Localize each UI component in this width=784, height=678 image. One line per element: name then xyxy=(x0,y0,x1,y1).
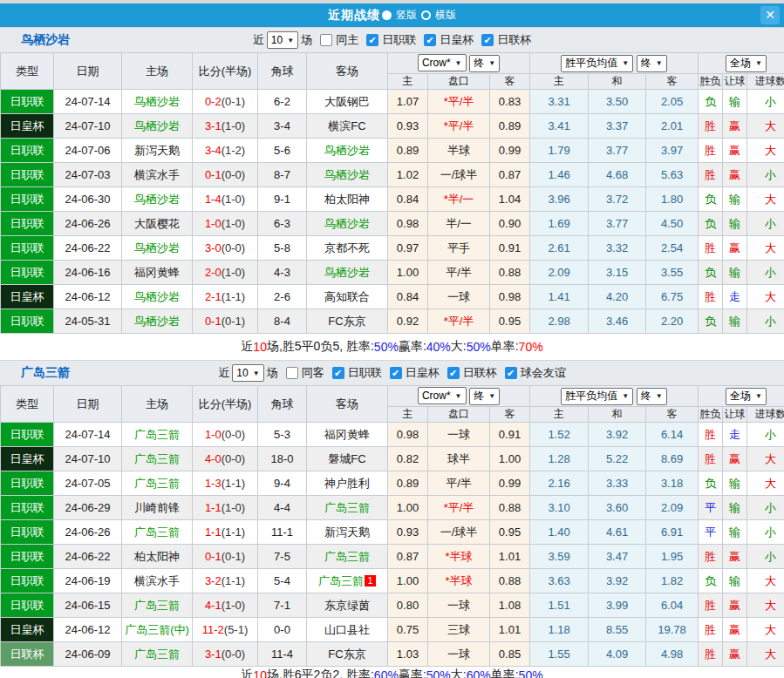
avg-home: 2.09 xyxy=(530,261,589,285)
league-badge: 日职联 xyxy=(1,212,54,236)
away-team: 东京绿茵 xyxy=(307,593,388,618)
away-odds: 0.88 xyxy=(490,569,530,593)
avg-away: 2.01 xyxy=(646,114,699,139)
corners: 4-3 xyxy=(258,261,307,285)
goals-result: 大 xyxy=(747,569,784,593)
avg-home: 1.69 xyxy=(530,212,589,236)
avg-draw: 3.99 xyxy=(589,593,646,618)
away-team: 柏太阳神 xyxy=(307,187,388,212)
corners: 6-3 xyxy=(258,212,307,236)
avg-draw: 8.55 xyxy=(589,618,646,642)
league-checkbox-0-2[interactable]: ✔ xyxy=(481,34,494,46)
home-odds: 0.93 xyxy=(388,114,428,139)
table-row: 日职联 24-06-15 广岛三箭 4-1(1-0) 7-1 东京绿茵 0.80… xyxy=(1,593,784,618)
fulltime-select[interactable]: 全场▼ xyxy=(726,55,767,72)
home-odds: 0.84 xyxy=(388,187,428,212)
same-venue-checkbox[interactable] xyxy=(320,34,332,46)
match-count-select[interactable]: 10▼ xyxy=(267,31,298,49)
avg-home: 1.18 xyxy=(530,618,589,642)
avg-type-select[interactable]: 胜平负均值▼ xyxy=(561,55,633,72)
goals-result: 大 xyxy=(747,593,784,618)
league-checkbox-0-1[interactable]: ✔ xyxy=(424,34,436,46)
league-badge: 日职联 xyxy=(1,261,54,285)
sub-column-header: 主 xyxy=(530,407,589,423)
table-row: 日职联 24-06-19 横滨水手 3-2(1-1) 5-4 广岛三箭1 1.0… xyxy=(1,569,784,593)
same-venue-checkbox[interactable] xyxy=(286,367,298,379)
avg-draw: 4.61 xyxy=(589,520,646,545)
avg-away: 2.54 xyxy=(646,236,699,261)
league-badge: 日职联 xyxy=(1,593,54,618)
win-loss-result: 胜 xyxy=(699,114,723,139)
league-checkbox-1-0[interactable]: ✔ xyxy=(332,367,344,379)
goals-result: 大 xyxy=(747,114,784,139)
match-date: 24-06-26 xyxy=(54,212,122,236)
handicap-result: 输 xyxy=(723,520,747,545)
match-date: 24-06-19 xyxy=(54,569,122,593)
layout-radio-group: 竖版 横版 xyxy=(382,8,456,23)
corners: 5-4 xyxy=(258,569,307,593)
league-checkbox-1-3[interactable]: ✔ xyxy=(505,367,517,379)
handicap: 半球 xyxy=(428,139,490,163)
corners: 4-4 xyxy=(258,496,307,520)
handicap-result: 赢 xyxy=(723,139,747,163)
home-odds: 1.00 xyxy=(388,261,428,285)
avg-away: 5.63 xyxy=(646,163,699,187)
match-date: 24-06-15 xyxy=(54,593,122,618)
avg-away: 8.69 xyxy=(646,447,699,471)
league-badge: 日职联 xyxy=(1,187,54,212)
match-date: 24-06-22 xyxy=(54,545,122,569)
league-checkbox-1-1[interactable]: ✔ xyxy=(390,367,402,379)
avg-draw: 4.09 xyxy=(589,642,646,667)
chevron-down-icon: ▼ xyxy=(622,59,629,67)
league-checkbox-1-2[interactable]: ✔ xyxy=(447,367,460,379)
handicap: *半/一 xyxy=(428,187,490,212)
goals-result: 大 xyxy=(747,642,784,667)
avg-type-select[interactable]: 胜平负均值▼ xyxy=(561,388,633,405)
handicap: 球半 xyxy=(428,447,490,471)
win-loss-result: 胜 xyxy=(699,423,723,447)
away-team: 鸟栖沙岩 xyxy=(307,139,388,163)
win-loss-result: 负 xyxy=(699,471,723,496)
corners: 9-1 xyxy=(258,187,307,212)
odds-company-select[interactable]: Crow*▼ xyxy=(418,387,467,404)
sub-column-header: 客 xyxy=(646,407,699,423)
sub-column-header: 客 xyxy=(490,74,530,90)
horizontal-layout-radio[interactable] xyxy=(421,10,431,20)
match-date: 24-06-16 xyxy=(54,261,122,285)
table-row: 日皇杯 24-07-10 广岛三箭 4-0(0-0) 18-0 磐城FC 0.8… xyxy=(1,447,784,471)
score: 3-2(1-1) xyxy=(193,569,258,593)
chevron-down-icon: ▼ xyxy=(455,392,462,400)
goals-result: 小 xyxy=(747,545,784,569)
away-team: 鸟栖沙岩 xyxy=(307,261,388,285)
avg-draw: 3.77 xyxy=(589,212,646,236)
corners: 5-6 xyxy=(258,139,307,163)
handicap: 一球 xyxy=(428,423,490,447)
match-date: 24-07-14 xyxy=(54,90,122,114)
chevron-down-icon: ▼ xyxy=(622,392,629,400)
home-team: 鸟栖沙岩 xyxy=(122,236,193,261)
vertical-layout-radio[interactable] xyxy=(382,10,392,20)
odds-company-select[interactable]: Crow*▼ xyxy=(418,54,467,71)
win-loss-result: 胜 xyxy=(699,139,723,163)
handicap-result: 赢 xyxy=(723,114,747,139)
match-count-select[interactable]: 10▼ xyxy=(232,364,263,382)
fulltime-select[interactable]: 全场▼ xyxy=(726,388,767,405)
league-checkbox-0-0[interactable]: ✔ xyxy=(366,34,378,46)
odds-final-select[interactable]: 终▼ xyxy=(469,388,500,405)
odds-final-select[interactable]: 终▼ xyxy=(469,55,500,72)
avg-final-select[interactable]: 终▼ xyxy=(637,55,667,72)
away-team: FC东京 xyxy=(307,309,388,334)
league-checkbox-label: 日职联 xyxy=(382,32,416,48)
win-loss-result: 负 xyxy=(699,569,723,593)
avg-home: 1.28 xyxy=(530,447,589,471)
avg-draw: 3.37 xyxy=(589,114,646,139)
away-team: 神户胜利 xyxy=(307,471,388,496)
avg-final-select[interactable]: 终▼ xyxy=(637,388,667,405)
team-section: 广岛三箭 近 10▼ 场 同客 ✔日职联✔日皇杯✔日联杯✔球会友谊 类型日期主场… xyxy=(0,360,784,678)
handicap-result: 赢 xyxy=(723,593,747,618)
column-header: 比分(半场) xyxy=(193,53,258,90)
team-summary: 近10场,胜5平0负5, 胜率:50% 赢率:40% 大:50% 单率:70% xyxy=(0,334,784,360)
sub-column-header: 主 xyxy=(388,407,428,423)
close-icon[interactable]: ✕ xyxy=(760,6,780,24)
league-badge: 日职联 xyxy=(1,163,54,187)
